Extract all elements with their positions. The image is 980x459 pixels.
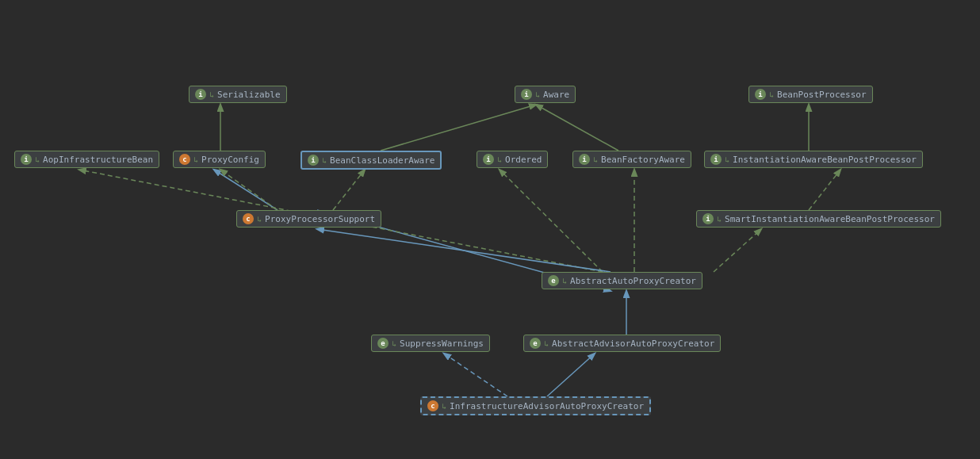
svg-line-12 (714, 229, 761, 272)
label-instantiationawarebeanpostprocessor: InstantiationAwareBeanPostProcessor (733, 155, 917, 165)
svg-line-7 (809, 170, 840, 210)
label-proxyprocessorsupport: ProxyProcessorSupport (265, 214, 375, 224)
node-abstractautoproxycreator[interactable]: e ↳ AbstractAutoProxyCreator (542, 272, 702, 289)
node-smartinstantiationawarebeanpostprocessor[interactable]: i ↳ SmartInstantiationAwareBeanPostProce… (696, 210, 941, 228)
badge-infrastructureadvisorautoproxycreator: c (427, 400, 438, 411)
svg-line-13 (317, 229, 611, 272)
badge-beanclassloaderaware: i (308, 155, 319, 166)
badge-aopinfrastructurebean: i (21, 154, 32, 165)
svg-line-1 (381, 105, 536, 151)
svg-line-16 (444, 354, 507, 396)
node-aopinfrastructurebean[interactable]: i ↳ AopInfrastructureBean (14, 151, 159, 168)
svg-line-2 (536, 105, 618, 151)
badge-abstractadvisorautoproxycreator: e (530, 338, 541, 349)
svg-line-15 (547, 354, 595, 396)
badge-beanfactoryaware: i (579, 154, 590, 165)
label-proxyconfig: ProxyConfig (201, 155, 259, 165)
label-beanclassloaderaware: BeanClassLoaderAware (330, 155, 434, 166)
svg-line-6 (333, 170, 365, 210)
diagram-container: i ↳ Serializable i ↳ Aware i ↳ BeanPostP… (0, 0, 980, 459)
node-serializable[interactable]: i ↳ Serializable (189, 86, 287, 103)
badge-ordered: i (483, 154, 494, 165)
badge-suppresswarnings: e (377, 338, 389, 349)
badge-smartinstantiationawarebeanpostprocessor: i (702, 213, 714, 224)
label-serializable: Serializable (217, 90, 280, 100)
node-abstractadvisorautoproxycreator[interactable]: e ↳ AbstractAdvisorAutoProxyCreator (523, 335, 721, 352)
node-infrastructureadvisorautoproxycreator[interactable]: c ↳ InfrastructureAdvisorAutoProxyCreato… (420, 396, 651, 415)
badge-abstractautoproxycreator: e (548, 275, 559, 286)
arrows-svg (0, 0, 980, 459)
node-ordered[interactable]: i ↳ Ordered (477, 151, 548, 168)
label-suppresswarnings: SuppressWarnings (400, 339, 484, 349)
badge-serializable: i (195, 89, 206, 100)
label-abstractadvisorautoproxycreator: AbstractAdvisorAutoProxyCreator (552, 339, 714, 349)
label-infrastructureadvisorautoproxycreator: InfrastructureAdvisorAutoProxyCreator (450, 401, 644, 411)
node-beanclassloaderaware[interactable]: i ↳ BeanClassLoaderAware (301, 151, 442, 170)
label-ordered: Ordered (505, 155, 542, 165)
badge-instantiationawarebeanpostprocessor: i (710, 154, 722, 165)
node-instantiationawarebeanpostprocessor[interactable]: i ↳ InstantiationAwareBeanPostProcessor (704, 151, 923, 168)
node-suppresswarnings[interactable]: e ↳ SuppressWarnings (371, 335, 490, 352)
svg-line-4 (214, 170, 278, 210)
label-beanpostprocessor: BeanPostProcessor (777, 90, 867, 100)
label-smartinstantiationawarebeanpostprocessor: SmartInstantiationAwareBeanPostProcessor (725, 214, 935, 224)
svg-line-10 (500, 170, 603, 272)
node-proxyprocessorsupport[interactable]: c ↳ ProxyProcessorSupport (236, 210, 381, 228)
badge-proxyconfig: c (179, 154, 190, 165)
badge-aware: i (521, 89, 532, 100)
node-aware[interactable]: i ↳ Aware (515, 86, 576, 103)
badge-proxyprocessorsupport: c (243, 213, 254, 224)
node-proxyconfig[interactable]: c ↳ ProxyConfig (173, 151, 266, 168)
label-beanfactoryaware: BeanFactoryAware (601, 155, 685, 165)
svg-line-5 (220, 170, 278, 210)
label-aopinfrastructurebean: AopInfrastructureBean (43, 155, 153, 165)
node-beanpostprocessor[interactable]: i ↳ BeanPostProcessor (748, 86, 873, 103)
node-beanfactoryaware[interactable]: i ↳ BeanFactoryAware (572, 151, 691, 168)
badge-beanpostprocessor: i (755, 89, 766, 100)
label-abstractautoproxycreator: AbstractAutoProxyCreator (570, 276, 696, 286)
label-aware: Aware (543, 90, 569, 100)
